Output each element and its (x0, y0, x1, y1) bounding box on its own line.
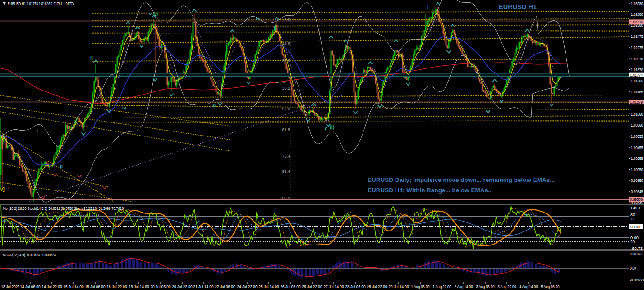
svg-text:-0.002721: -0.002721 (630, 278, 644, 282)
svg-text:20 Jul 06:00: 20 Jul 06:00 (151, 285, 171, 289)
svg-text:v]: v] (0, 187, 5, 192)
svg-text:26 Jul 22:00: 26 Jul 22:00 (302, 285, 322, 289)
svg-text:1.02880: 1.02880 (631, 12, 643, 17)
svg-text:EURUSD H1: EURUSD H1 (499, 3, 537, 10)
svg-text:24 Jul 22:00: 24 Jul 22:00 (237, 285, 258, 289)
svg-text:76.4: 76.4 (282, 154, 290, 159)
svg-text:i: i (37, 128, 38, 134)
svg-text:100.0: 100.0 (280, 196, 290, 200)
svg-text:1.02070: 1.02070 (631, 57, 643, 61)
svg-text:1.01465: 1.01465 (631, 90, 643, 94)
svg-text:EURUSD Daily; Impulsive move d: EURUSD Daily; Impulsive move down... rem… (368, 177, 555, 183)
svg-text:38.2: 38.2 (282, 86, 290, 91)
svg-text:1.00255: 1.00255 (631, 156, 643, 161)
svg-text:1 Aug 22:00: 1 Aug 22:00 (433, 285, 451, 289)
svg-text:b: b (274, 25, 277, 31)
svg-text:0.00: 0.00 (630, 266, 636, 271)
svg-text:-60.73: -60.73 (630, 246, 643, 251)
svg-text:v: v (149, 11, 152, 16)
svg-text:1.00655: 1.00655 (631, 134, 643, 139)
svg-text:1.01870: 1.01870 (631, 68, 643, 72)
svg-text:1.02475: 1.02475 (631, 34, 643, 39)
svg-text:28 Jul 06:00: 28 Jul 06:00 (345, 285, 366, 289)
svg-text:3 Aug 22:00: 3 Aug 22:00 (498, 285, 516, 289)
svg-text:21 Jul 14:00: 21 Jul 14:00 (193, 285, 214, 289)
svg-text:%b (20,2) 26.30 Stoch(14,5,3): %b (20,2) 26.30 Stoch(14,5,3) 36.8511 36… (3, 206, 124, 211)
svg-text:18 Jul 06:00: 18 Jul 06:00 (85, 285, 106, 289)
svg-text:27 Jul 14:00: 27 Jul 14:00 (324, 285, 344, 289)
svg-text:29 Jul 14:00: 29 Jul 14:00 (389, 285, 409, 289)
svg-text:0.00: 0.00 (630, 236, 639, 240)
svg-text:0.0: 0.0 (284, 18, 290, 22)
svg-text:14 Jul 06:00: 14 Jul 06:00 (20, 285, 41, 289)
svg-text:13 Jul 2022: 13 Jul 2022 (1, 285, 20, 289)
svg-text:26 Jul 06:00: 26 Jul 06:00 (281, 285, 301, 289)
svg-text:15 Jul 14:00: 15 Jul 14:00 (64, 285, 84, 289)
svg-text:1.00860: 1.00860 (631, 123, 643, 127)
svg-text:iv: iv (122, 105, 127, 110)
svg-text:MACD(12,24,9) -0.001037 -0.000: MACD(12,24,9) -0.001037 -0.000724 (3, 253, 56, 257)
svg-text:149.1: 149.1 (630, 206, 641, 210)
svg-text:EURUSD,H1 1.01775 1.01826 1.0: EURUSD,H1 1.01775 1.01826 1.01761 1.0177… (8, 1, 74, 6)
svg-text:1.01279: 1.01279 (630, 100, 643, 104)
svg-text:80: 80 (631, 217, 635, 221)
svg-text:20: 20 (630, 240, 635, 244)
svg-text:a: a (213, 102, 216, 108)
svg-text:50.83: 50.83 (630, 225, 640, 229)
svg-text:0.003173: 0.003173 (630, 252, 642, 256)
svg-text:1.00050: 1.00050 (631, 168, 643, 172)
svg-text:4 Aug 14:00: 4 Aug 14:00 (520, 285, 538, 289)
svg-text:25 Jul 14:00: 25 Jul 14:00 (259, 285, 279, 289)
svg-text:c: c (325, 126, 327, 131)
svg-text:1.01774: 1.01774 (630, 73, 643, 77)
svg-text:80: 80 (630, 213, 635, 217)
svg-text:1.00455: 1.00455 (631, 145, 643, 150)
svg-text:22 Jul 06:00: 22 Jul 06:00 (215, 285, 235, 289)
svg-text:1 Aug 06:00: 1 Aug 06:00 (411, 285, 430, 289)
svg-text:1.01665: 1.01665 (631, 79, 643, 83)
svg-text:0.99850: 0.99850 (631, 178, 643, 183)
svg-text:61.8: 61.8 (282, 127, 290, 132)
svg-text:85.4: 85.4 (282, 169, 290, 174)
svg-text:0.99645: 0.99645 (631, 190, 643, 194)
svg-text:(i): (i) (330, 124, 335, 130)
svg-text:20 Jul 22:00: 20 Jul 22:00 (172, 285, 193, 289)
svg-text:0.99506: 0.99506 (630, 197, 643, 202)
svg-text:1.02275: 1.02275 (631, 45, 643, 50)
svg-text:28 Jul 22:00: 28 Jul 22:00 (367, 285, 387, 289)
svg-text:14.6: 14.6 (282, 41, 290, 46)
svg-text:5 Aug 06:00: 5 Aug 06:00 (541, 285, 560, 289)
svg-text:i: i (427, 5, 428, 10)
svg-text:1.01060: 1.01060 (631, 112, 643, 117)
svg-text:EURUSD H4; Within Range... bel: EURUSD H4; Within Range... below EMAs.. (368, 187, 491, 194)
svg-text:1.02736: 1.02736 (630, 20, 643, 24)
svg-text:ii: ii (90, 55, 93, 61)
svg-text:18 Jul 22:00: 18 Jul 22:00 (107, 285, 127, 289)
svg-text:23.6: 23.6 (282, 59, 290, 63)
svg-text:1.03080: 1.03080 (631, 1, 643, 6)
svg-text:3 Aug 06:00: 3 Aug 06:00 (476, 285, 495, 289)
svg-text:ii: ii (60, 163, 63, 168)
svg-text:50.0: 50.0 (282, 107, 290, 111)
svg-text:(i): (i) (153, 11, 158, 16)
svg-text:14 Jul 22:00: 14 Jul 22:00 (42, 285, 62, 289)
svg-text:19 Jul 14:00: 19 Jul 14:00 (129, 285, 149, 289)
svg-text:2 Aug 14:00: 2 Aug 14:00 (455, 285, 473, 289)
svg-text:1: 1 (7, 186, 10, 191)
